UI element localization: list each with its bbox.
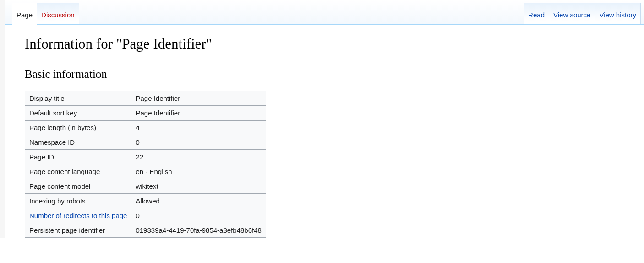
basic-info-tbody: Display titlePage IdentifierDefault sort… <box>25 91 266 238</box>
page-title: Information for "Page Identifier" <box>25 36 644 55</box>
row-label: Display title <box>25 91 131 106</box>
row-label: Page ID <box>25 150 131 164</box>
row-label: Indexing by robots <box>25 194 131 208</box>
tab-label: Discussion <box>41 11 75 19</box>
row-value: Page Identifier <box>131 106 266 121</box>
row-value: 0 <box>131 135 266 150</box>
tab-label: View source <box>553 11 590 19</box>
tab-label: Read <box>528 11 545 19</box>
table-row: Page length (in bytes)4 <box>25 121 266 135</box>
tab-view-history[interactable]: View history <box>595 3 641 24</box>
table-row: Page ID22 <box>25 150 266 164</box>
table-row: Persistent page identifier019339a4-4419-… <box>25 223 266 238</box>
row-label: Page content model <box>25 179 131 194</box>
left-panel <box>0 0 5 238</box>
row-label: Number of redirects to this page <box>25 208 131 223</box>
row-value: 0 <box>131 208 266 223</box>
table-row: Page content modelwikitext <box>25 179 266 194</box>
tab-label: View history <box>599 11 636 19</box>
tab-read[interactable]: Read <box>524 3 549 24</box>
table-row: Page content languageen - English <box>25 164 266 179</box>
basic-info-table: Display titlePage IdentifierDefault sort… <box>25 91 266 238</box>
row-value: wikitext <box>131 179 266 194</box>
table-row: Indexing by robotsAllowed <box>25 194 266 208</box>
tab-label: Page <box>16 11 33 19</box>
row-value: 4 <box>131 121 266 135</box>
tab-view-source[interactable]: View source <box>549 3 595 24</box>
row-value: 22 <box>131 150 266 164</box>
content-area: Information for "Page Identifier" Basic … <box>5 25 644 238</box>
tabs-bar: PageDiscussion ReadView sourceView histo… <box>5 0 644 25</box>
row-label: Persistent page identifier <box>25 223 131 238</box>
tab-page[interactable]: Page <box>12 3 37 25</box>
row-value: en - English <box>131 164 266 179</box>
tabs-right: ReadView sourceView history <box>524 3 641 24</box>
table-row: Display titlePage Identifier <box>25 91 266 106</box>
section-heading: Basic information <box>25 68 644 82</box>
row-value: Allowed <box>131 194 266 208</box>
row-label: Default sort key <box>25 106 131 121</box>
row-label: Namespace ID <box>25 135 131 150</box>
row-value: Page Identifier <box>131 91 266 106</box>
row-label-link[interactable]: Number of redirects to this page <box>29 212 127 219</box>
row-label: Page length (in bytes) <box>25 121 131 135</box>
tabs-left: PageDiscussion <box>12 3 79 24</box>
row-label: Page content language <box>25 164 131 179</box>
tab-discussion[interactable]: Discussion <box>37 3 79 24</box>
table-row: Number of redirects to this page0 <box>25 208 266 223</box>
table-row: Namespace ID0 <box>25 135 266 150</box>
table-row: Default sort keyPage Identifier <box>25 106 266 121</box>
row-value: 019339a4-4419-70fa-9854-a3efb48b6f48 <box>131 223 266 238</box>
